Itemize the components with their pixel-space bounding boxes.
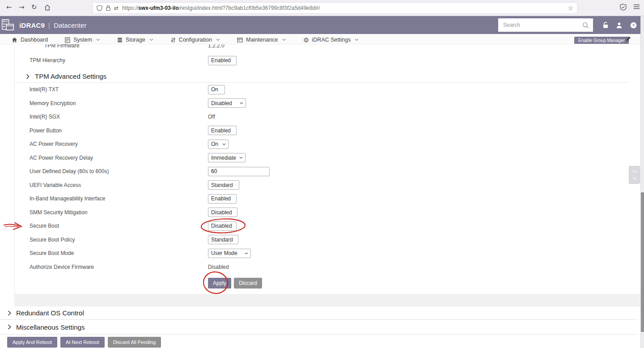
- settings-row: Secure Boot Policy Standard: [15, 233, 629, 247]
- in-band-manageability-select[interactable]: Enabled: [208, 194, 237, 204]
- browser-toolbar: ← → ↻ ⇄ https://swx-ufm3-03-ilo/restgui/…: [0, 0, 644, 16]
- gear-icon: [303, 37, 309, 43]
- ac-power-recovery-delay-select[interactable]: Immediate: [208, 153, 246, 162]
- menu-hamburger-icon[interactable]: [633, 4, 640, 10]
- memory-encryption-select[interactable]: Disabled: [208, 98, 246, 108]
- select-caret-icon: [245, 252, 248, 255]
- settings-row: Intel(R) TXT On: [15, 83, 629, 97]
- secure-boot-policy-select[interactable]: Standard: [208, 235, 238, 244]
- select-caret-icon: [222, 143, 226, 145]
- select-caret-icon: [221, 89, 222, 91]
- settings-row-tpm-firmware: TPM Firmware 1.2.2.0: [15, 44, 629, 51]
- ac-power-recovery-select[interactable]: On: [208, 140, 229, 149]
- select-caret-icon: [236, 184, 237, 186]
- app-title: iDRAC9 | Datacenter: [19, 21, 86, 29]
- browser-back-icon[interactable]: ←: [6, 3, 12, 11]
- search-icon[interactable]: [582, 22, 589, 29]
- nav-item-storage[interactable]: Storage: [117, 37, 153, 43]
- browser-forward-icon[interactable]: →: [19, 3, 25, 11]
- nav-item-idrac-settings[interactable]: iDRAC Settings: [303, 37, 359, 43]
- power-button-select[interactable]: Enabled: [208, 126, 237, 135]
- select-caret-icon: [233, 59, 234, 62]
- pin-icon[interactable]: [624, 36, 631, 43]
- storage-icon: [117, 37, 123, 43]
- enable-group-manager-button[interactable]: Enable Group Manager: [574, 37, 629, 44]
- chevron-down-icon: [355, 38, 359, 41]
- select-caret-icon: [233, 129, 234, 132]
- chevron-down-icon[interactable]: [632, 177, 637, 180]
- intel-sgx-value: Off: [208, 114, 215, 120]
- secure-boot-select[interactable]: Disabled: [208, 221, 237, 231]
- browser-scrollbar[interactable]: [640, 16, 644, 348]
- settings-row: Secure Boot Mode User Mode: [15, 246, 629, 260]
- secure-boot-mode-select[interactable]: User Mode: [208, 249, 251, 258]
- browser-reload-icon[interactable]: ↻: [31, 3, 37, 11]
- settings-row: AC Power Recovery On: [15, 137, 629, 151]
- title-divider: |: [48, 21, 50, 29]
- user-defined-delay-input[interactable]: [208, 167, 270, 176]
- nav-item-maintenance[interactable]: Maintenance: [237, 37, 286, 43]
- bookmark-star-icon[interactable]: ☆: [568, 4, 573, 12]
- accordion-miscellaneous-settings[interactable]: Miscellaneous Settings: [0, 320, 638, 335]
- maintenance-icon: [237, 37, 243, 43]
- search-input[interactable]: [498, 22, 582, 28]
- intel-txt-select[interactable]: On: [208, 85, 225, 94]
- product-name: iDRAC9: [19, 21, 45, 29]
- url-text: https://swx-ufm3-03-ilo/restgui/index.ht…: [122, 5, 320, 11]
- global-search[interactable]: [498, 18, 593, 32]
- settings-content: TPM Firmware 1.2.2.0 TPM Hierarchy Enabl…: [0, 44, 640, 348]
- select-caret-icon: [233, 198, 234, 200]
- app-header: iDRAC9 | Datacenter ?: [0, 16, 640, 34]
- home-icon: [12, 37, 17, 43]
- at-next-reboot-button[interactable]: At Next Reboot: [60, 337, 105, 348]
- settings-row: SMM Security Mitigation Disabled: [15, 206, 629, 220]
- address-bar[interactable]: ⇄ https://swx-ufm3-03-ilo/restgui/index.…: [93, 2, 577, 14]
- svg-text:?: ?: [632, 22, 635, 27]
- select-caret-icon: [240, 102, 243, 104]
- connection-lock-icon[interactable]: [106, 5, 111, 11]
- setting-label: TPM Firmware: [44, 44, 80, 49]
- chevron-right-icon: [8, 310, 11, 316]
- select-caret-icon: [239, 157, 243, 159]
- session-unlock-icon[interactable]: [602, 21, 609, 29]
- apply-and-reboot-button[interactable]: Apply And Reboot: [7, 337, 57, 348]
- settings-row-secure-boot: Secure Boot Disabled: [15, 219, 629, 233]
- nav-item-system[interactable]: System: [65, 37, 100, 43]
- tracking-shield-icon[interactable]: [97, 5, 102, 11]
- chevron-right-icon: [26, 74, 30, 79]
- chevron-down-icon: [149, 38, 153, 41]
- tpm-hierarchy-select[interactable]: Enabled: [208, 56, 237, 65]
- tpm-advanced-settings-header[interactable]: TPM Advanced Settings: [15, 70, 629, 83]
- chevron-down-icon: [96, 38, 100, 41]
- nav-item-dashboard[interactable]: Dashboard: [12, 37, 48, 43]
- user-icon[interactable]: [616, 22, 623, 29]
- section-footer-band: [14, 294, 640, 306]
- help-icon[interactable]: ?: [630, 22, 637, 29]
- settings-row: Power Button Enabled: [15, 124, 629, 138]
- chevron-right-icon: [8, 324, 11, 330]
- settings-row-tpm-hierarchy: TPM Hierarchy Enabled: [15, 53, 629, 68]
- chevron-up-icon[interactable]: [632, 170, 637, 173]
- scrollbar-thumb[interactable]: [641, 192, 644, 332]
- discard-button[interactable]: Discard: [234, 278, 262, 289]
- uefi-variable-access-select[interactable]: Standard: [208, 180, 239, 190]
- nav-item-configuration[interactable]: Configuration: [170, 37, 220, 43]
- apply-discard-row: Apply Discard: [15, 274, 629, 294]
- pending-actions-bar: Apply And Reboot At Next Reboot Discard …: [0, 335, 640, 348]
- page-scroll-widget[interactable]: [629, 166, 640, 184]
- settings-row: Intel(R) SGX Off: [15, 110, 629, 124]
- license-edition: Datacenter: [54, 21, 86, 29]
- apply-button[interactable]: Apply: [208, 278, 231, 289]
- main-nav: Dashboard System Storage: [0, 34, 640, 44]
- chevron-down-icon: [216, 38, 220, 41]
- permissions-exchange-icon[interactable]: ⇄: [114, 5, 119, 11]
- discard-all-pending-button[interactable]: Discard All Pending: [108, 337, 161, 348]
- accordion-redundant-os-control[interactable]: Redundant OS Control: [0, 306, 638, 320]
- bios-settings-panel: TPM Firmware 1.2.2.0 TPM Hierarchy Enabl…: [14, 44, 629, 294]
- browser-home-icon[interactable]: [44, 4, 51, 11]
- sliders-icon: [170, 37, 176, 43]
- settings-row: UEFI Variable Access Standard: [15, 178, 629, 192]
- system-icon: [65, 37, 70, 43]
- protections-shield-icon[interactable]: [620, 4, 627, 11]
- smm-security-mitigation-select[interactable]: Disabled: [208, 208, 237, 217]
